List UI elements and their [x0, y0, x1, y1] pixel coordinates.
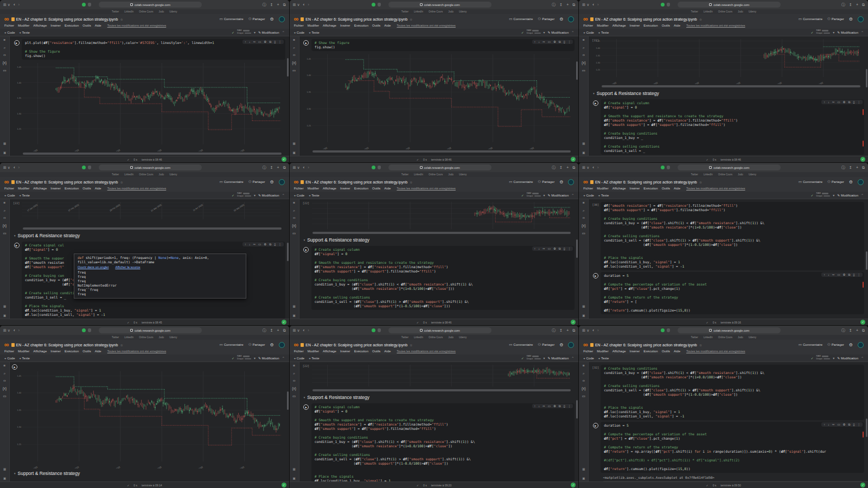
panel-icon[interactable]: ▣ [582, 477, 585, 480]
terminal-icon[interactable]: ▦ [3, 467, 6, 471]
bookmark-item[interactable]: Judo [159, 336, 164, 339]
star-icon[interactable]: ☆ [410, 17, 412, 21]
colab-logo[interactable]: ∞ [583, 342, 588, 347]
copy-cell-icon[interactable]: ⧉ [848, 273, 851, 276]
forward-button[interactable]: › [597, 328, 599, 333]
code-snippets-icon[interactable]: ‹› [3, 54, 5, 57]
edit-mode-button[interactable]: ✎ Modification [837, 30, 858, 34]
search-icon[interactable]: ⌕ [583, 209, 585, 212]
bookmark-item[interactable]: Twitter [401, 336, 409, 339]
files-icon[interactable]: ▭ [582, 69, 585, 72]
code-editor[interactable]: ↑↓∾▭⚙⧉▯⋮# Create signal columndf["signal… [311, 403, 575, 481]
cell-settings-icon[interactable]: ⚙ [843, 273, 846, 276]
code-editor[interactable]: ↑↓∾▭⚙⧉▯⋮duration = 5 # Compute the perce… [601, 422, 864, 473]
collapse-caret-icon[interactable]: ▾ [304, 396, 305, 399]
horizontal-scrollbar[interactable] [312, 150, 571, 153]
account-avatar[interactable] [568, 342, 574, 348]
comment-button[interactable]: ▭Commentaire [509, 343, 533, 347]
link-cell-icon[interactable]: ∾ [832, 423, 835, 426]
bookmark-item[interactable]: Judo [448, 173, 454, 176]
tabs-icon[interactable]: ⧉ [283, 328, 286, 333]
cell-settings-icon[interactable]: ⚙ [553, 40, 556, 43]
bookmark-item[interactable]: Udemy [459, 173, 467, 176]
add-text-button[interactable]: + Texte [598, 194, 609, 197]
code-editor[interactable]: ↑↓∾▭⚙⧉▯⋮plt.plot(df["resistance"].fillna… [22, 39, 285, 60]
window-controls-icon[interactable]: ⊞ ∨ [3, 3, 10, 7]
variables-icon[interactable]: {x} [3, 387, 7, 390]
colab-logo[interactable]: ∞ [583, 16, 588, 22]
bookmark-item[interactable]: Twitter [401, 10, 409, 13]
search-icon[interactable]: ⌕ [583, 46, 585, 49]
comment-cell-icon[interactable]: ▭ [548, 404, 551, 408]
move-cell-up-icon[interactable]: ↑ [824, 273, 825, 276]
copy-cell-icon[interactable]: ⧉ [848, 100, 851, 104]
copy-cell-icon[interactable]: ⧉ [559, 404, 561, 408]
menu-affichage[interactable]: Affichage [612, 187, 626, 190]
settings-gear-icon[interactable]: ⚙ [849, 180, 853, 185]
back-button[interactable]: ‹ [303, 2, 305, 7]
code-snippets-icon[interactable]: ‹› [583, 54, 585, 57]
bookmark-item[interactable]: Udemy [459, 10, 467, 13]
edit-mode-button[interactable]: ✎ Modification [837, 356, 858, 360]
more-actions-icon[interactable]: ⋮ [278, 243, 282, 246]
back-button[interactable]: ‹ [592, 328, 594, 333]
gauge-dropdown-icon[interactable]: ▾ [544, 30, 545, 34]
bookmark-item[interactable]: LinkedIn [124, 10, 133, 13]
colab-logo[interactable]: ∞ [4, 16, 9, 22]
collapse-header-icon[interactable]: ⌃ [282, 30, 285, 34]
gauge-dropdown-icon[interactable]: ▾ [833, 30, 834, 34]
tooltip-link[interactable]: Afficher la source [115, 265, 140, 269]
menu-insérer[interactable]: Insérer [340, 187, 350, 190]
vertical-scrollbar[interactable] [576, 400, 578, 419]
terminal-icon[interactable]: ▦ [582, 467, 585, 471]
star-icon[interactable]: ☆ [699, 343, 702, 347]
tooltip-list-item[interactable]: freq [78, 292, 242, 296]
run-cell-button[interactable]: ▶ [14, 243, 20, 248]
search-icon[interactable]: ⌕ [293, 372, 295, 375]
menu-affichage[interactable]: Affichage [612, 350, 626, 353]
tooltip-link[interactable]: Ouvrir dans un onglet [78, 265, 108, 269]
share-button[interactable]: ⚇Partager [538, 180, 554, 184]
files-icon[interactable]: ▭ [3, 232, 6, 235]
add-code-button[interactable]: + Code [4, 31, 15, 34]
notebook-title[interactable]: EN - AZ chapter 6: Scalping using price … [305, 180, 407, 184]
table-of-contents-icon[interactable]: ≡ [583, 364, 585, 367]
code-snippets-icon[interactable]: ‹› [583, 379, 585, 383]
run-cell-button[interactable]: ▶ [303, 247, 309, 252]
menu-fichier[interactable]: Fichier [583, 350, 593, 353]
section-header[interactable]: ▾Support & Resistance strategy [299, 392, 579, 402]
notebook-title[interactable]: EN - AZ chapter 6: Scalping using price … [16, 180, 118, 184]
menu-aide[interactable]: Aide [384, 24, 391, 27]
edit-mode-button[interactable]: ✎ Modification [548, 356, 569, 360]
star-icon[interactable]: ☆ [120, 180, 123, 184]
add-text-button[interactable]: + Texte [20, 194, 30, 197]
gauge-dropdown-icon[interactable]: ▾ [254, 193, 256, 197]
url-bar[interactable]: colab.research.google.com [678, 164, 781, 170]
code-editor[interactable]: ↑↓∾▭⚙⧉▯⋮# Show the figurefig.show() [311, 39, 575, 51]
menu-affichage[interactable]: Affichage [323, 24, 336, 27]
star-icon[interactable]: ☆ [699, 17, 702, 21]
move-cell-down-icon[interactable]: ↓ [828, 100, 829, 104]
code-snippets-icon[interactable]: ‹› [3, 217, 5, 220]
search-icon[interactable]: ⌕ [4, 46, 6, 49]
bookmark-item[interactable]: Online Cours [718, 173, 732, 176]
tabs-icon[interactable]: ⧉ [283, 166, 286, 170]
menu-outils[interactable]: Outils [82, 187, 91, 190]
bookmark-item[interactable]: Twitter [112, 10, 119, 13]
code-cell[interactable]: ▶↑↓∾▭⚙⧉▯⋮# Create signal columndf["signa… [301, 246, 575, 310]
bookmark-item[interactable]: Online Cours [429, 336, 443, 339]
menu-aide[interactable]: Aide [95, 350, 101, 353]
files-icon[interactable]: ▭ [3, 395, 6, 398]
variables-icon[interactable]: {x} [3, 61, 7, 65]
reader-icon[interactable]: ⓘ [263, 165, 266, 170]
menu-outils[interactable]: Outils [372, 350, 380, 353]
comment-cell-icon[interactable]: ▭ [258, 40, 261, 43]
menu-aide[interactable]: Aide [95, 24, 101, 27]
comment-button[interactable]: ▭Commentaire [219, 180, 243, 184]
comment-button[interactable]: ▭Commentaire [509, 180, 533, 184]
menu-insérer[interactable]: Insérer [340, 24, 350, 27]
collapse-header-icon[interactable]: ⌃ [861, 193, 864, 197]
settings-gear-icon[interactable]: ⚙ [559, 17, 563, 22]
bookmark-item[interactable]: LinkedIn [414, 10, 423, 13]
share-button[interactable]: ⚇Partager [538, 17, 554, 21]
